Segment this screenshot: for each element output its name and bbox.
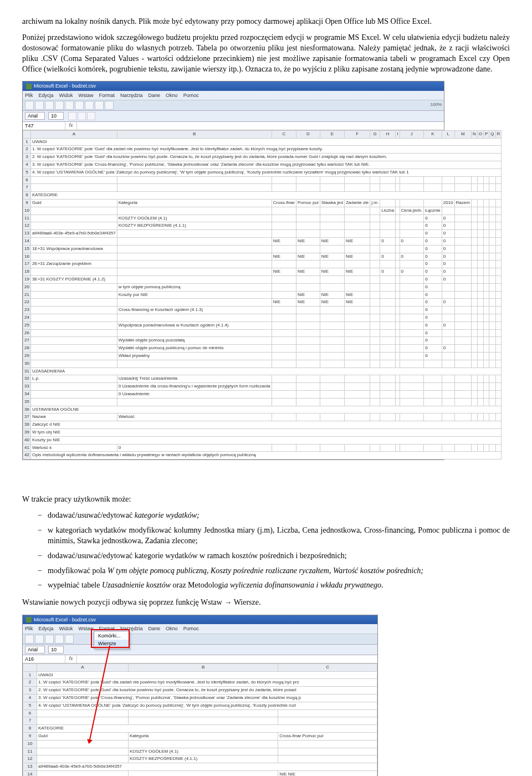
col-head: C: [272, 130, 296, 138]
underline-icon: [87, 112, 95, 120]
cell: [400, 283, 424, 291]
row-head: 29: [23, 352, 31, 360]
cell: [296, 222, 320, 230]
cell: [483, 200, 489, 207]
tb-new-icon: [25, 635, 34, 644]
cell: [344, 184, 370, 192]
cell: [37, 717, 129, 725]
table-row: 9GuidKategoriaCross-finar Pomoc pul: [23, 733, 377, 741]
cell: [495, 329, 502, 337]
cell: NIE: [320, 268, 344, 276]
cell: [296, 176, 320, 184]
row-head: 36: [23, 406, 31, 413]
cell: Wydatki objęte pomocą pozostałą: [117, 337, 272, 345]
cell: [483, 276, 489, 284]
row-head: 14: [23, 770, 37, 776]
cell: [483, 413, 489, 421]
table-row: 21. W części 'KATEGORIE' pole 'Guid' dla…: [23, 146, 502, 154]
cell: [477, 413, 483, 421]
cell: [483, 299, 489, 307]
tb-cut-icon: [65, 101, 74, 110]
table-row: 330 Uzasadnienie dla cross-financing'u i…: [23, 383, 502, 391]
cell: [396, 321, 400, 329]
row-head: 22: [23, 299, 31, 307]
cell: 0: [400, 268, 424, 276]
cell: [489, 321, 495, 329]
cell: [495, 283, 502, 291]
menu-edycja: Edycja: [39, 625, 54, 632]
cell: [320, 390, 344, 398]
cell: [454, 299, 471, 307]
cell: 0: [380, 268, 396, 276]
cell: [489, 283, 495, 291]
table-row: 37NazwaWartość: [23, 413, 502, 421]
cell: [272, 390, 296, 398]
row-head: 14: [23, 238, 31, 246]
cell: [380, 176, 396, 184]
cell: [344, 314, 370, 322]
cell: [442, 314, 454, 322]
tb-save-icon: [45, 635, 54, 644]
row-head: 32: [23, 375, 31, 383]
cell: [400, 276, 424, 284]
cell: UZASADNIENIA: [30, 367, 501, 375]
cell: [454, 390, 471, 398]
cell: [380, 245, 396, 253]
name-box: T47: [23, 122, 65, 130]
cell: [370, 184, 380, 192]
cell: NIE: [296, 238, 320, 246]
cell: [272, 291, 296, 299]
cell: [117, 268, 272, 276]
table-row: 9GuidKategoriaCross-finarPomoc pulStawka…: [23, 200, 502, 207]
cell: [477, 321, 483, 329]
cell: KOSZTY OGÓŁEM (4.1): [117, 215, 272, 222]
cell: Zaliczyć d NIE: [30, 421, 501, 429]
cell: [320, 176, 344, 184]
cell: [380, 230, 396, 238]
cell: [344, 352, 370, 360]
cell: [424, 360, 442, 367]
cell: [344, 360, 370, 367]
cell: [489, 276, 495, 284]
cell: [272, 314, 296, 322]
cell: [344, 207, 370, 215]
cell: [495, 245, 502, 253]
table-row: 10: [23, 740, 377, 748]
cell: [477, 352, 483, 360]
cell: [471, 321, 477, 329]
cell: NIE: [296, 299, 320, 307]
cell: [272, 321, 296, 329]
table-row: 1UWAGI: [23, 138, 502, 146]
row-head: 11: [23, 215, 31, 222]
cell: Liczba: [380, 207, 396, 215]
table-row: 42Opis metodologii wyliczenia dofinansow…: [23, 452, 502, 460]
table-row: 7: [23, 184, 502, 192]
cell: [370, 238, 380, 246]
table-row: 6: [23, 709, 377, 717]
table-row: 8KATEGORIE: [23, 192, 502, 200]
cell: [320, 375, 344, 383]
cell: [442, 207, 454, 215]
window-titlebar: Microsoft Excel - budzet.csv: [23, 615, 377, 624]
cell: [424, 398, 442, 406]
cell: UWAGI: [30, 138, 501, 146]
cell: [320, 207, 344, 215]
cell: [30, 299, 117, 307]
table-row: 193E+31 KOSZTY POŚREDNIE (4.1.2)00: [23, 276, 502, 284]
cell: [400, 299, 424, 307]
row-head: 37: [23, 413, 31, 421]
cell: [454, 352, 471, 360]
table-row: 23Cross-financing w Kosztach ogółem (4.1…: [23, 307, 502, 314]
cell: [380, 307, 396, 314]
cell: [495, 184, 502, 192]
col-head: O: [477, 130, 483, 138]
table-row: 43. W części 'KATEGORIE' pola 'Cross-fin…: [23, 695, 377, 702]
cell: 0: [442, 276, 454, 284]
cell: [278, 717, 377, 725]
cell: [344, 398, 370, 406]
cell: Koszty por NIE: [117, 291, 272, 299]
cell: [477, 360, 483, 367]
cell: 0: [442, 299, 454, 307]
window-title: Microsoft Excel - budzet.csv: [34, 616, 96, 623]
cell: [320, 321, 344, 329]
